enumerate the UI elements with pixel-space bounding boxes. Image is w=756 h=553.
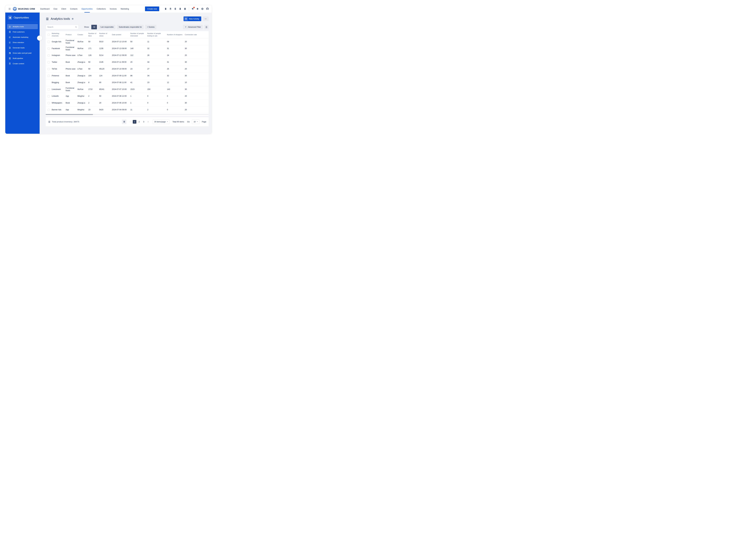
- cell-number-of-shoppers: 0: [167, 95, 185, 97]
- row-checkbox[interactable]: [48, 102, 50, 104]
- nav-item-contacts[interactable]: Contacts: [68, 5, 79, 12]
- brand[interactable]: WUKONG CRM: [13, 7, 35, 11]
- content: Analytics tools New Activity: [40, 12, 212, 134]
- nav-item-marketing[interactable]: Marketing: [119, 5, 131, 12]
- cell-number-of-likes: 1710: [88, 88, 99, 90]
- next-page-button[interactable]: [146, 120, 150, 124]
- scrollbar-track[interactable]: [46, 114, 209, 115]
- cell-connection-rate: 20: [185, 54, 209, 57]
- page-button-2[interactable]: 2: [137, 120, 141, 124]
- table-row[interactable]: BloggingBookZhangLiu8802024-07-08 11:004…: [46, 79, 209, 86]
- nav-item-client[interactable]: Client: [59, 5, 68, 12]
- new-activity-button[interactable]: New Activity: [184, 16, 201, 21]
- table-row[interactable]: Google AdsFunctional foodsWuFan505010202…: [46, 38, 209, 45]
- table-row[interactable]: InstagramPhone caseLiTian12652142024-07-…: [46, 52, 209, 59]
- row-checkbox[interactable]: [48, 95, 50, 97]
- row-checkbox[interactable]: [48, 41, 50, 43]
- go-page-select[interactable]: 10: [192, 120, 199, 124]
- table-row[interactable]: FacebookFunctional foodsWuFan17112352024…: [46, 45, 209, 52]
- sidebar-header: Opportunities: [5, 12, 40, 22]
- cell-product: Phone case: [66, 54, 77, 57]
- row-checkbox[interactable]: [48, 54, 50, 57]
- page-button-1[interactable]: 1: [133, 120, 136, 124]
- table-row[interactable]: WhitepapersBookZhangLiu2202024-07-05 10:…: [46, 100, 209, 106]
- cell-number-of-likes: 2: [88, 95, 99, 97]
- bell-icon[interactable]: [191, 8, 194, 10]
- more-actions-button[interactable]: [203, 16, 209, 21]
- sidebar-item-drive-retention[interactable]: Drive retention: [7, 40, 38, 45]
- ellipsis-icon: [204, 18, 207, 20]
- table-row[interactable]: TikTokPhone caseLiTian50451202024-07-10 …: [46, 66, 209, 73]
- sidebar-item-automate-marketing[interactable]: Automate marketing: [7, 34, 38, 40]
- sidebar-item-generate-leads[interactable]: Generate leads: [7, 45, 38, 50]
- nav-item-label: Contacts: [70, 8, 77, 10]
- note-icon[interactable]: [174, 8, 177, 10]
- list-icon[interactable]: [179, 8, 182, 10]
- advanced-filter-button[interactable]: Advanced Filter: [183, 25, 203, 29]
- row-checkbox[interactable]: [48, 88, 50, 90]
- cell-number-of-shoppers: 31: [167, 61, 185, 63]
- gear-icon[interactable]: [201, 8, 204, 10]
- nav-item-opportunities[interactable]: Opportunities: [79, 5, 95, 12]
- table-row[interactable]: LivestreamFunctional foodsWuFan171085241…: [46, 86, 209, 93]
- scrollbar-thumb[interactable]: [46, 114, 93, 115]
- row-checkbox[interactable]: [48, 109, 50, 111]
- search-icon[interactable]: [75, 26, 77, 28]
- nav-item-invoices[interactable]: Invoices: [108, 5, 119, 12]
- doc-icon[interactable]: [164, 8, 167, 10]
- filter-subordinates-responsible-for[interactable]: Subordinates responsible for: [117, 25, 144, 29]
- cell-marketing-channels: LinkedIn: [52, 95, 66, 97]
- search-input[interactable]: [47, 26, 75, 28]
- table-row[interactable]: LinkedInAppMingHui2502024-07-06 12:00100…: [46, 93, 209, 100]
- view-mode-button[interactable]: [122, 120, 126, 124]
- page-label: Page: [202, 121, 206, 123]
- row-checkbox[interactable]: [48, 61, 50, 63]
- sidebar-item-label: Create content: [13, 63, 24, 65]
- sidebar-collapse-button[interactable]: [37, 35, 42, 41]
- row-checkbox[interactable]: [48, 75, 50, 77]
- filter-scenes[interactable]: + Scenes: [145, 25, 156, 29]
- top-bar: WUKONG CRM DashboardClueClientContactsOp…: [5, 5, 212, 12]
- nav-item-clue[interactable]: Clue: [51, 5, 59, 12]
- cell-connection-rate: 30: [185, 75, 209, 77]
- screenshot-canvas: WUKONG CRM DashboardClueClientContactsOp…: [0, 0, 216, 138]
- nav-item-dashboard[interactable]: Dashboard: [38, 5, 51, 12]
- sidebar-item-create-content[interactable]: Create content: [7, 61, 38, 66]
- row-checkbox[interactable]: [48, 48, 50, 50]
- row-checkbox[interactable]: [48, 68, 50, 70]
- select-all-checkbox[interactable]: [48, 34, 50, 36]
- cell-number-of-people-interested: 20: [130, 61, 147, 63]
- page-button-3[interactable]: 3: [142, 120, 145, 124]
- cell-marketing-channels: Blogging: [52, 81, 66, 84]
- wukong-logo-icon: [13, 7, 17, 11]
- table-row[interactable]: TwitterBookZhangLiu5021452024-07-11 09:0…: [46, 59, 209, 66]
- column-settings-button[interactable]: [204, 25, 209, 29]
- cell-product: App: [66, 109, 77, 111]
- cell-number-of-people-interested: 41: [130, 81, 147, 84]
- row-checkbox-cell: [46, 102, 52, 104]
- table-row[interactable]: PinterestBookZhangLiu1041242024-07-09 11…: [46, 73, 209, 79]
- create-new-button[interactable]: Create new: [145, 6, 159, 11]
- user-doc-icon[interactable]: [169, 8, 172, 10]
- table-row[interactable]: Banner AdsAppMingHui2354202024-07-04 09:…: [46, 106, 209, 113]
- nav-item-collections[interactable]: Collections: [95, 5, 108, 12]
- sidebar-item-find-customers[interactable]: Find customers: [7, 29, 38, 34]
- prev-page-button[interactable]: [129, 120, 132, 124]
- circle-icon[interactable]: [196, 8, 199, 10]
- sidebar-item-analytics-tools[interactable]: Analytics tools: [7, 24, 38, 29]
- calendar-icon[interactable]: [184, 8, 186, 10]
- cell-marketing-channels: Facebook: [52, 48, 66, 50]
- avatar-icon[interactable]: [206, 7, 209, 10]
- sidebar-item-grow-sales-and-get-paid[interactable]: Grow sales and get paid: [7, 51, 38, 56]
- app-grid-icon[interactable]: [8, 8, 11, 10]
- total-items-text: Total 90 items: [173, 121, 184, 123]
- filter-i-am-responsible[interactable]: I am responsible: [98, 25, 115, 29]
- filter-all[interactable]: All: [91, 25, 97, 29]
- cell-marketing-channels: Google Ads: [52, 41, 66, 43]
- table-body: Google AdsFunctional foodsWuFan505010202…: [46, 38, 209, 113]
- cell-number-of-likes: 50: [88, 68, 99, 70]
- row-checkbox-cell: [46, 75, 52, 77]
- sidebar-item-build-pipeline[interactable]: Build pipeline: [7, 56, 38, 61]
- page-size-select[interactable]: 30 items/page: [153, 120, 169, 124]
- nav-item-label: Dashboard: [40, 8, 50, 10]
